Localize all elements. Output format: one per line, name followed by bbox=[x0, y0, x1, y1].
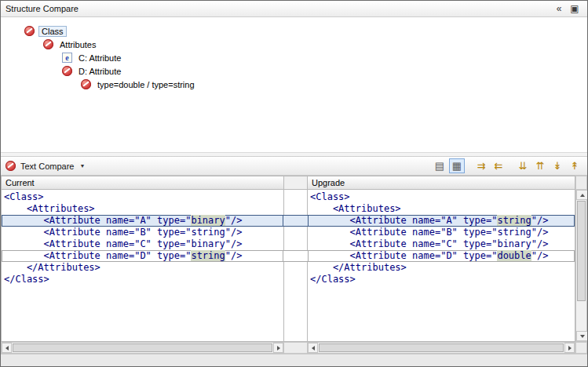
code-line[interactable]: <Class> bbox=[308, 191, 575, 203]
two-way-compare-mode-icon[interactable]: ▦ bbox=[449, 158, 465, 173]
code-line[interactable]: </Attributes> bbox=[2, 262, 283, 274]
tree-item-class[interactable]: Class bbox=[1, 24, 587, 38]
show-ancestor-pane-icon[interactable]: ▤ bbox=[432, 158, 447, 173]
left-code-pane[interactable]: <Class> <Attributes> <Attribute name="A"… bbox=[1, 190, 284, 342]
next-change-icon[interactable]: ↡ bbox=[550, 158, 565, 173]
code-line[interactable]: <Attribute name="B" type="string"/> bbox=[2, 227, 283, 238]
next-difference-icon[interactable]: ⇊ bbox=[515, 158, 531, 173]
structure-compare-header: Structure Compare « ▣ bbox=[1, 1, 587, 17]
right-pane-header: Upgrade bbox=[307, 176, 575, 190]
tree-item-label: type=double / type=string bbox=[95, 80, 197, 89]
structure-tree: ClassAttributeseC: AttributeD: Attribute… bbox=[1, 17, 587, 152]
change-icon bbox=[43, 39, 53, 49]
code-line[interactable]: <Attributes> bbox=[308, 203, 575, 215]
tree-item-label: C: Attribute bbox=[76, 53, 123, 63]
tree-item-type-double-type-string[interactable]: type=double / type=string bbox=[1, 78, 587, 91]
code-line[interactable]: <Attribute name="C" type="binary"/> bbox=[308, 238, 575, 250]
right-code-pane[interactable]: <Class> <Attributes> <Attribute name="A"… bbox=[307, 190, 575, 342]
compare-editor-window: Structure Compare « ▣ ClassAttributeseC:… bbox=[0, 0, 588, 367]
change-icon bbox=[24, 26, 35, 36]
changed-token: double bbox=[497, 250, 531, 261]
scroll-right-icon[interactable] bbox=[273, 343, 283, 353]
diff-connector-selected[interactable] bbox=[283, 215, 308, 227]
maximize-view-icon[interactable]: ▣ bbox=[567, 2, 583, 16]
toolbar-separator bbox=[508, 158, 513, 173]
element-icon: e bbox=[62, 53, 72, 63]
code-line[interactable]: <Attribute name="A" type="string"/> bbox=[308, 215, 575, 227]
copy-current-change-right-to-left-icon[interactable]: ⇇ bbox=[491, 158, 506, 173]
text-compare-header: Text Compare ▼ ▤▦⇉⇇⇊⇈↡↟ bbox=[1, 156, 587, 176]
tree-item-label: Class bbox=[38, 26, 67, 37]
vertical-scrollbar[interactable] bbox=[575, 190, 587, 342]
code-line[interactable]: </Class> bbox=[2, 274, 283, 285]
code-line[interactable]: <Attribute name="A" type="binary"/> bbox=[2, 215, 283, 227]
gutter-bottom-filler bbox=[284, 342, 307, 354]
structure-compare-title: Structure Compare bbox=[5, 4, 79, 13]
code-line[interactable]: </Attributes> bbox=[308, 262, 575, 274]
tree-item-d-attribute[interactable]: D: Attribute bbox=[1, 64, 587, 78]
diff-gutter bbox=[284, 190, 307, 342]
text-compare-title: Text Compare bbox=[20, 162, 74, 171]
scrollbar-header-corner bbox=[575, 176, 587, 190]
vertical-scrollbar-thumb[interactable] bbox=[577, 201, 586, 301]
text-compare-toolbar: ▤▦⇉⇇⇊⇈↡↟ bbox=[432, 158, 583, 173]
bottom-filler bbox=[1, 354, 587, 366]
change-icon bbox=[5, 161, 16, 171]
scrollbar-corner bbox=[575, 342, 587, 354]
code-line[interactable]: <Attribute name="D" type="double"/> bbox=[308, 250, 575, 262]
gutter-header bbox=[284, 176, 307, 190]
left-pane-header: Current bbox=[1, 176, 284, 190]
collapse-all-icon[interactable]: « bbox=[551, 2, 567, 16]
left-horizontal-thumb[interactable] bbox=[13, 343, 272, 352]
scroll-right-icon[interactable] bbox=[564, 343, 575, 353]
compare-panes: Current Upgrade <Class> <Attributes> <At… bbox=[1, 176, 587, 354]
viewer-menu-dropdown-icon[interactable]: ▼ bbox=[79, 163, 85, 169]
change-icon bbox=[62, 66, 72, 76]
code-line[interactable]: <Class> bbox=[2, 191, 283, 203]
change-icon bbox=[81, 79, 91, 89]
changed-token: string bbox=[497, 215, 531, 226]
code-line[interactable]: <Attributes> bbox=[2, 203, 283, 215]
left-horizontal-scrollbar[interactable] bbox=[1, 342, 284, 354]
tree-item-label: Attributes bbox=[57, 40, 98, 49]
tree-item-c-attribute[interactable]: eC: Attribute bbox=[1, 51, 587, 64]
code-line[interactable]: <Attribute name="B" type="string"/> bbox=[308, 227, 575, 238]
tree-item-attributes[interactable]: Attributes bbox=[1, 38, 587, 51]
scrollbar-track[interactable] bbox=[576, 302, 586, 331]
toolbar-separator bbox=[466, 158, 472, 173]
code-line[interactable]: <Attribute name="D" type="string"/> bbox=[2, 250, 283, 262]
scroll-left-icon[interactable] bbox=[308, 343, 318, 353]
scroll-up-icon[interactable] bbox=[576, 190, 588, 200]
tree-item-label: D: Attribute bbox=[76, 67, 123, 76]
right-horizontal-scrollbar[interactable] bbox=[307, 342, 575, 354]
diff-connector[interactable] bbox=[283, 250, 308, 262]
scroll-down-icon[interactable] bbox=[576, 331, 588, 341]
previous-change-icon[interactable]: ↟ bbox=[567, 158, 583, 173]
right-horizontal-thumb[interactable] bbox=[319, 343, 564, 352]
changed-token: binary bbox=[191, 215, 225, 226]
changed-token: string bbox=[191, 250, 225, 261]
code-line[interactable]: </Class> bbox=[308, 274, 575, 285]
code-line[interactable]: <Attribute name="C" type="binary"/> bbox=[2, 238, 283, 250]
scroll-left-icon[interactable] bbox=[2, 343, 12, 353]
copy-all-from-left-to-right-icon[interactable]: ⇉ bbox=[473, 158, 489, 173]
previous-difference-icon[interactable]: ⇈ bbox=[532, 158, 548, 173]
